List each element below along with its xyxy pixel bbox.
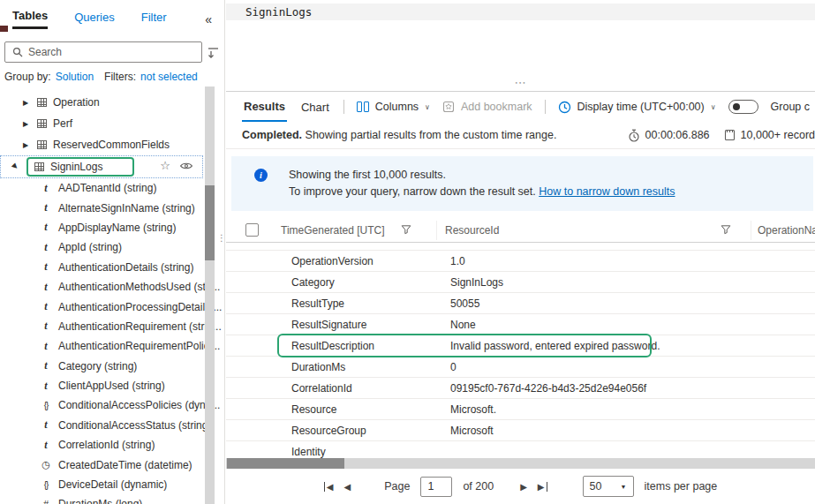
sidebar-scrollbar[interactable] bbox=[205, 87, 215, 504]
field-tree-item[interactable]: t AuthenticationDetails (string) bbox=[0, 258, 224, 277]
field-tree-item[interactable]: t AppDisplayName (string) bbox=[0, 218, 224, 237]
table-name: SigninLogs bbox=[50, 161, 102, 173]
horizontal-scrollbar-thumb[interactable] bbox=[227, 458, 344, 469]
field-name: AuthenticationRequirement (strin... bbox=[58, 320, 222, 333]
group-columns-toggle[interactable] bbox=[728, 100, 758, 114]
field-tree-item[interactable]: {} ConditionalAccessPolicies (dyna... bbox=[0, 395, 224, 415]
field-tree-item[interactable]: t AlternateSignInName (string) bbox=[0, 198, 224, 217]
table-tree-item-signinlogs[interactable]: ▶ SigninLogs ☆ bbox=[0, 155, 203, 178]
sort-order-icon[interactable] bbox=[208, 47, 219, 58]
table-tree-item[interactable]: ▶ ReservedCommonFields bbox=[0, 134, 224, 155]
preview-eye-icon[interactable] bbox=[179, 161, 193, 171]
property-value: Microsoft bbox=[450, 425, 494, 437]
field-tree-item[interactable]: t ConditionalAccessStatus (string) bbox=[0, 416, 224, 435]
field-type-icon: {} bbox=[41, 401, 51, 410]
col-header-operationname[interactable]: OperationName bbox=[758, 224, 815, 237]
tab-queries[interactable]: Queries bbox=[74, 11, 115, 28]
field-type-icon: t bbox=[41, 380, 51, 393]
query-status-bar: Completed. Showing partial results from … bbox=[226, 122, 815, 149]
sidebar-scrollbar-thumb[interactable] bbox=[205, 185, 215, 260]
field-tree-item[interactable]: {} DeviceDetail (dynamic) bbox=[0, 475, 224, 494]
query-results-pane: SigninLogs ⋯ Results Chart Columns ∨ Add… bbox=[226, 0, 815, 504]
property-name: ResourceGroup bbox=[291, 425, 366, 437]
search-input[interactable] bbox=[28, 46, 194, 58]
detail-row[interactable]: ResultType 50055 bbox=[226, 293, 815, 314]
expand-caret-icon[interactable]: ▶ bbox=[23, 99, 31, 107]
pane-splitter-handle[interactable]: ⋮ bbox=[217, 235, 225, 241]
detail-row[interactable]: ResourceGroup Microsoft bbox=[226, 420, 815, 441]
detail-row[interactable]: ResultDescription Invalid password, ente… bbox=[226, 335, 815, 357]
detail-row[interactable]: Resource Microsoft. bbox=[226, 399, 815, 420]
narrow-results-link[interactable]: How to narrow down results bbox=[539, 185, 675, 198]
last-page-button[interactable]: ▶ bbox=[538, 482, 547, 492]
first-page-button[interactable]: ◀ bbox=[324, 482, 334, 492]
editor-resize-handle[interactable]: ⋯ bbox=[515, 76, 527, 89]
info-banner: i Showing the first 10,000 results. To i… bbox=[231, 156, 813, 211]
field-name: ClientAppUsed (string) bbox=[58, 380, 165, 392]
col-header-timegenerated[interactable]: TimeGenerated [UTC] bbox=[281, 224, 385, 237]
property-name: Resource bbox=[291, 403, 336, 416]
results-grid: TimeGenerated [UTC] ResourceId Operation… bbox=[226, 218, 815, 463]
field-tree-item[interactable]: # DurationMs (long) bbox=[0, 494, 224, 504]
query-text[interactable]: SigninLogs bbox=[245, 5, 312, 19]
group-columns-label: Group c bbox=[771, 101, 810, 113]
field-tree-item[interactable]: t AppId (string) bbox=[0, 237, 224, 257]
select-all-checkbox[interactable] bbox=[245, 223, 259, 237]
field-name: ConditionalAccessPolicies (dyna... bbox=[58, 399, 220, 411]
favorite-star-icon[interactable]: ☆ bbox=[160, 159, 170, 172]
tab-results[interactable]: Results bbox=[242, 92, 287, 122]
field-tree-item[interactable]: t AuthenticationProcessingDetails ... bbox=[0, 297, 224, 316]
property-name: ResultDescription bbox=[291, 340, 374, 352]
field-tree-item[interactable]: t ClientAppUsed (string) bbox=[0, 376, 224, 395]
table-tree-item[interactable]: ▶ Operation bbox=[0, 92, 224, 113]
horizontal-scrollbar[interactable] bbox=[226, 458, 815, 469]
status-message: Showing partial results from the custom … bbox=[306, 129, 557, 141]
tab-chart[interactable]: Chart bbox=[299, 92, 331, 122]
page-number-input[interactable] bbox=[420, 477, 452, 497]
field-tree-item[interactable]: t CorrelationId (string) bbox=[0, 435, 224, 455]
detail-row[interactable]: DurationMs 0 bbox=[226, 357, 815, 378]
property-value: 0 bbox=[450, 361, 457, 373]
filter-funnel-icon[interactable] bbox=[401, 224, 411, 235]
field-tree-item[interactable]: t AuthenticationMethodsUsed (stri... bbox=[0, 277, 224, 297]
next-page-button[interactable]: ▶ bbox=[520, 482, 527, 492]
field-type-icon: t bbox=[41, 359, 51, 372]
log-analytics-window: Tables Queries Filter « Group by: Soluti… bbox=[0, 0, 815, 504]
page-size-select[interactable]: 50 ▼ bbox=[583, 476, 634, 497]
expand-caret-icon[interactable]: ▶ bbox=[23, 120, 31, 128]
query-editor[interactable]: SigninLogs ⋯ bbox=[226, 4, 815, 92]
detail-row[interactable]: CorrelationId 09195cf0-767d-4226-b4d3-25… bbox=[226, 378, 815, 399]
col-header-resourceid[interactable]: ResourceId bbox=[445, 224, 499, 237]
field-tree-item[interactable]: t AuthenticationRequirementPolici... bbox=[0, 336, 224, 356]
editor-current-line: SigninLogs bbox=[226, 4, 815, 20]
collapse-sidebar-icon[interactable]: « bbox=[205, 12, 212, 26]
table-tree-item[interactable]: ▶ Perf bbox=[0, 113, 224, 134]
filters-value-link[interactable]: not selected bbox=[140, 71, 198, 83]
filter-funnel-icon[interactable] bbox=[721, 224, 731, 235]
items-per-page-label: items per page bbox=[645, 480, 718, 493]
status-completed: Completed. bbox=[242, 129, 302, 141]
table-icon bbox=[37, 119, 47, 128]
field-name: DurationMs (long) bbox=[58, 498, 142, 504]
field-type-icon: t bbox=[41, 320, 51, 333]
detail-row[interactable]: ResultSignature None bbox=[226, 314, 815, 335]
expand-caret-icon[interactable]: ▶ bbox=[23, 141, 31, 149]
field-name: DeviceDetail (dynamic) bbox=[58, 478, 167, 491]
field-tree-item[interactable]: t AADTenantId (string) bbox=[0, 178, 224, 198]
add-bookmark-button[interactable]: Add bookmark bbox=[442, 101, 532, 113]
collapse-caret-icon[interactable]: ▶ bbox=[11, 162, 22, 173]
detail-row[interactable]: Category SignInLogs bbox=[226, 272, 815, 293]
columns-button[interactable]: Columns ∨ bbox=[357, 101, 430, 113]
group-by-value-link[interactable]: Solution bbox=[56, 71, 94, 83]
field-tree-item[interactable]: t Category (string) bbox=[0, 357, 224, 376]
detail-row[interactable]: OperationVersion 1.0 bbox=[226, 251, 815, 272]
tables-tree: ▶ Operation ▶ Perf ▶ ReservedCommonField… bbox=[0, 92, 224, 504]
field-tree-item[interactable]: ◷ CreatedDateTime (datetime) bbox=[0, 455, 224, 474]
field-type-icon: t bbox=[41, 260, 51, 274]
field-tree-item[interactable]: t AuthenticationRequirement (strin... bbox=[0, 317, 224, 336]
previous-page-button[interactable]: ◀ bbox=[343, 482, 351, 492]
display-time-button[interactable]: Display time (UTC+00:00) ∨ bbox=[558, 101, 716, 114]
property-value: Invalid password, entered expired passwo… bbox=[450, 340, 660, 352]
tab-tables[interactable]: Tables bbox=[12, 9, 48, 29]
tab-filter[interactable]: Filter bbox=[141, 11, 167, 28]
